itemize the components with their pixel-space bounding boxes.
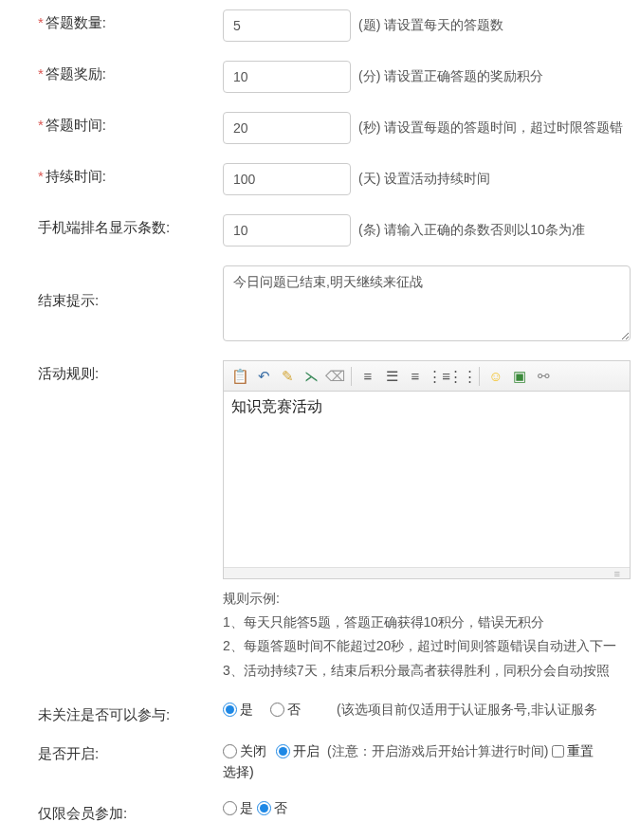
radio-unfollow-no-input[interactable] <box>270 703 284 717</box>
link-icon[interactable]: ⚯ <box>533 366 554 387</box>
emoji-icon[interactable]: ☺ <box>485 366 506 387</box>
hint-duration: (天) 设置活动持续时间 <box>358 171 490 188</box>
label-unfollow: 未关注是否可以参与: <box>38 702 223 724</box>
paste-icon[interactable]: 📋 <box>229 366 250 387</box>
input-duration[interactable] <box>223 163 351 195</box>
align-right-icon[interactable]: ≡ <box>405 366 426 387</box>
hint-time: (秒) 请设置每题的答题时间，超过时限答题错 <box>358 119 623 137</box>
eraser-icon[interactable]: ⌫ <box>324 366 345 387</box>
radio-unfollow-no[interactable]: 否 <box>270 702 301 719</box>
note-enable-extra: 选择) <box>223 764 640 781</box>
label-enable: 是否开启: <box>38 743 223 763</box>
rule-example-line: 1、每天只能答5题，答题正确获得10积分，错误无积分 <box>223 611 640 634</box>
align-left-icon[interactable]: ≡ <box>357 366 378 387</box>
hint-reward: (分) 请设置正确答题的奖励积分 <box>358 68 543 85</box>
editor-body[interactable]: 知识竞赛活动 <box>224 392 630 567</box>
list-ordered-icon[interactable]: ⋮≡ <box>429 366 449 387</box>
toolbar-separator <box>351 367 352 386</box>
image-icon[interactable]: ▣ <box>509 366 530 387</box>
rule-example-title: 规则示例: <box>223 587 640 611</box>
rule-example: 规则示例: 1、每天只能答5题，答题正确获得10积分，错误无积分 2、每题答题时… <box>223 587 640 683</box>
label-count: *答题数量: <box>38 9 223 32</box>
radio-enable-close-input[interactable] <box>223 744 237 758</box>
input-time[interactable] <box>223 112 351 144</box>
label-time: *答题时间: <box>38 112 223 135</box>
radio-member-no-input[interactable] <box>257 801 271 815</box>
label-duration: *持续时间: <box>38 163 223 186</box>
toolbar-separator <box>479 367 480 386</box>
checkbox-reset-input[interactable] <box>552 745 564 758</box>
input-count[interactable] <box>223 9 351 42</box>
radio-unfollow-yes[interactable]: 是 <box>223 702 253 719</box>
align-center-icon[interactable]: ☰ <box>381 366 402 387</box>
hint-count: (题) 请设置每天的答题数 <box>358 17 503 34</box>
radio-member-no[interactable]: 否 <box>257 800 287 817</box>
note-unfollow: (该选项目前仅适用于认证服务号,非认证服务 <box>337 702 597 719</box>
label-reward: *答题奖励: <box>38 61 223 83</box>
hint-rank-rows: (条) 请输入正确的条数否则以10条为准 <box>358 222 585 239</box>
list-unordered-icon[interactable]: ⋮⋮ <box>452 366 473 387</box>
rule-example-line: 3、活动持续7天，结束后积分最高者获得胜利，同积分会自动按照 <box>223 659 640 683</box>
radio-enable-open[interactable]: 开启 <box>276 743 320 760</box>
label-end-prompt: 结束提示: <box>38 265 223 310</box>
rule-example-line: 2、每题答题时间不能超过20秒，超过时间则答题错误自动进入下一 <box>223 634 640 658</box>
editor-toolbar: 📋 ↶ ✎ ⋋ ⌫ ≡ ☰ ≡ ⋮≡ ⋮⋮ ☺ ▣ ⚯ <box>224 361 630 392</box>
input-end-prompt[interactable]: 今日问题已结束,明天继续来征战 <box>223 265 631 341</box>
radio-unfollow-yes-input[interactable] <box>223 703 237 717</box>
radio-enable-open-input[interactable] <box>276 744 290 758</box>
format-icon[interactable]: ⋋ <box>301 366 321 387</box>
radio-member-yes[interactable]: 是 <box>223 800 253 817</box>
radio-member-yes-input[interactable] <box>223 801 237 815</box>
radio-enable-close[interactable]: 关闭 <box>223 743 266 760</box>
editor-resize-handle[interactable]: ≡ <box>224 567 630 578</box>
undo-icon[interactable]: ↶ <box>253 366 274 387</box>
checkbox-reset[interactable]: 重置 <box>552 743 594 760</box>
brush-icon[interactable]: ✎ <box>277 366 298 387</box>
input-reward[interactable] <box>223 61 351 93</box>
label-rank-rows: 手机端排名显示条数: <box>38 214 223 237</box>
label-member-only: 仅限会员参加: <box>38 800 223 823</box>
note-enable: (注意：开启游戏后开始计算进行时间) <box>327 743 548 760</box>
rich-editor: 📋 ↶ ✎ ⋋ ⌫ ≡ ☰ ≡ ⋮≡ ⋮⋮ ☺ ▣ ⚯ 知识竞赛活动 ≡ <box>223 360 631 579</box>
input-rank-rows[interactable] <box>223 214 351 247</box>
label-rules: 活动规则: <box>38 360 223 383</box>
